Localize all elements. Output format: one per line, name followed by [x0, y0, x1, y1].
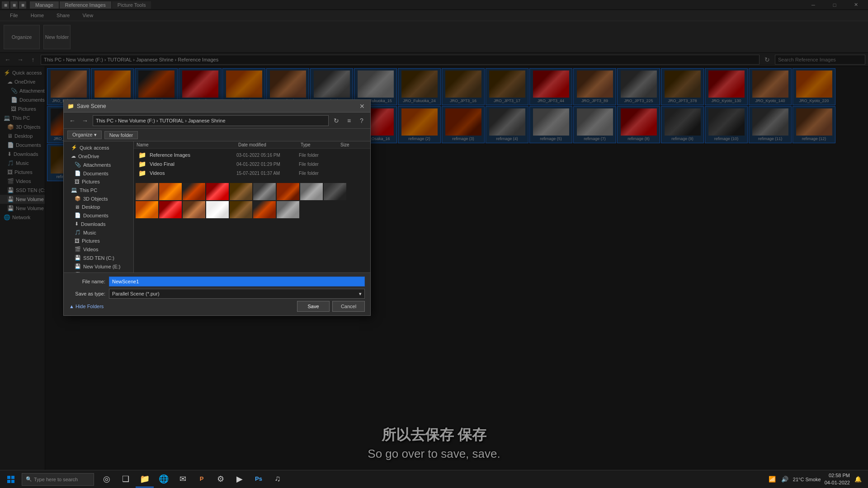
dialog-row-type: File folder — [299, 153, 335, 158]
start-button[interactable] — [2, 472, 20, 487]
taskbar-apps: ◎ ❑ 📁 🌐 ✉ P ⚙ ▶ Ps ♫ — [98, 471, 287, 488]
dialog-downloads-icon: ⬇ — [75, 221, 79, 227]
dialog-sidebar-documents[interactable]: 📄 Documents — [64, 169, 133, 178]
dialog-file-row[interactable]: 📁 Videos 15-07-2021 01:37 AM File folder — [136, 169, 368, 178]
col-type: Type — [301, 142, 337, 147]
dialog-address-path[interactable]: This PC › New Volume (F:) › TUTORIAL › J… — [93, 115, 329, 126]
preview-thumb-13 — [206, 201, 229, 218]
dialog-sidebar-label-docs2: Documents — [83, 213, 108, 218]
wifi-icon[interactable]: 📶 — [768, 475, 777, 484]
dialog-organize-button[interactable]: Organize ▾ — [67, 131, 102, 139]
dialog-footer-buttons: ▲ Hide Folders Save Cancel — [69, 301, 365, 312]
dialog-sidebar-label-downloads: Downloads — [81, 221, 105, 227]
search-icon: 🔍 — [26, 476, 32, 482]
dialog-pics2-icon: 🖼 — [75, 238, 80, 244]
dialog-sidebar-vol-f[interactable]: 💾 New Volume (F:) — [64, 271, 133, 272]
dialog-sidebar-vol-e[interactable]: 💾 New Volume (E:) — [64, 262, 133, 271]
dialog-sidebar-onedrive[interactable]: ☁ OneDrive — [64, 152, 133, 160]
dialog-toolbar: ← → This PC › New Volume (F:) › TUTORIAL… — [64, 113, 370, 129]
dialog-sidebar-music[interactable]: 🎵 Music — [64, 228, 133, 237]
dialog-sidebar-label-quick-access: Quick access — [80, 145, 109, 150]
dialog-file-rows: 📁 Reference Images 03-01-2022 05:16 PM F… — [134, 149, 370, 179]
folder-icon: 📁 — [138, 160, 146, 168]
savetype-row: Save as type: Parallel Scene (*.pur) ▾ — [69, 289, 365, 299]
systray-time-value: 02:58 PM — [825, 472, 850, 479]
dialog-close-button[interactable]: ✕ — [358, 102, 367, 111]
savetype-select[interactable]: Parallel Scene (*.pur) ▾ — [109, 289, 365, 299]
taskbar-photoshop[interactable]: Ps — [250, 471, 268, 488]
dialog-sidebar-3d[interactable]: 📦 3D Objects — [64, 194, 133, 203]
dialog-documents-icon: 📄 — [75, 170, 81, 176]
dialog-sidebar-videos[interactable]: 🎬 Videos — [64, 245, 133, 253]
preview-thumb-9 — [324, 183, 346, 200]
dialog-file-row[interactable]: 📁 Video Final 04-01-2022 01:29 PM File f… — [136, 160, 368, 169]
savetype-value: Parallel Scene (*.pur) — [112, 291, 160, 296]
preview-thumb-16 — [277, 201, 299, 218]
dialog-view-button[interactable]: ≡ — [344, 116, 354, 126]
dialog-sidebar-downloads[interactable]: ⬇ Downloads — [64, 220, 133, 228]
dialog-forward-button[interactable]: → — [80, 116, 90, 126]
dialog-3d-icon: 📦 — [75, 196, 81, 202]
dialog-file-row[interactable]: 📁 Reference Images 03-01-2022 05:16 PM F… — [136, 150, 368, 160]
dialog-sidebar-desktop[interactable]: 🖥 Desktop — [64, 203, 133, 211]
dialog-sidebar-this-pc[interactable]: 💻 This PC — [64, 186, 133, 194]
dialog-back-button[interactable]: ← — [67, 116, 77, 126]
taskbar-premiere[interactable]: ▶ — [231, 471, 249, 488]
dialog-row-date: 04-01-2022 01:29 PM — [236, 162, 295, 167]
hide-folders-button[interactable]: ▲ Hide Folders — [69, 304, 104, 309]
dialog-row-name: Video Final — [150, 161, 233, 167]
dialog-row-type: File folder — [299, 171, 335, 176]
dialog-sidebar-label-attachments: Attachments — [83, 162, 111, 168]
preview-thumb-7 — [277, 183, 299, 200]
taskbar-task-view[interactable]: ❑ — [117, 471, 135, 488]
dialog-sidebar-pics2[interactable]: 🖼 Pictures — [64, 237, 133, 245]
dialog-sidebar-label-ssd: SSD TEN (C:) — [83, 255, 114, 261]
taskbar-spotify[interactable]: ♫ — [269, 471, 287, 488]
dialog-sidebar-quick-access[interactable]: ⚡ Quick access — [64, 143, 133, 152]
volume-icon[interactable]: 🔊 — [780, 475, 789, 484]
dialog-main: ⚡ Quick access ☁ OneDrive 📎 Attachments … — [64, 141, 370, 272]
notification-icon[interactable]: 🔔 — [854, 475, 863, 484]
taskbar-purref[interactable]: P — [193, 471, 211, 488]
dialog-sidebar-attachments[interactable]: 📎 Attachments — [64, 160, 133, 169]
savetype-dropdown-icon: ▾ — [359, 291, 362, 297]
dialog-preview-grid — [136, 183, 368, 218]
dialog-refresh-button[interactable]: ↻ — [331, 116, 341, 126]
col-name: Name — [137, 142, 235, 147]
svg-rect-3 — [11, 480, 14, 483]
filename-input[interactable] — [109, 277, 365, 286]
dialog-vol-f-icon: 💾 — [75, 272, 81, 272]
dialog-videos-icon: 🎬 — [75, 246, 81, 252]
dialog-sidebar-label-pics2: Pictures — [82, 238, 100, 244]
preview-thumb-12 — [183, 201, 205, 218]
dialog-sidebar: ⚡ Quick access ☁ OneDrive 📎 Attachments … — [64, 141, 134, 272]
taskbar-edge[interactable]: 🌐 — [155, 471, 173, 488]
preview-thumb-14 — [230, 201, 252, 218]
col-size: Size — [340, 142, 368, 147]
dialog-help-button[interactable]: ? — [357, 116, 367, 126]
dialog-music-icon: 🎵 — [75, 230, 81, 235]
folder-icon: 📁 — [138, 169, 146, 177]
dialog-quick-access-icon: ⚡ — [71, 145, 77, 150]
svg-rect-1 — [11, 476, 14, 479]
systray-date-value: 04-01-2022 — [825, 479, 850, 486]
taskbar-search-box[interactable]: 🔍 Type here to search — [22, 473, 94, 486]
taskbar-blender[interactable]: ⚙ — [212, 471, 230, 488]
filename-row: File name: — [69, 277, 365, 286]
taskbar-mail[interactable]: ✉ — [174, 471, 192, 488]
preview-thumb-1 — [136, 183, 158, 200]
systray-clock[interactable]: 02:58 PM 04-01-2022 — [825, 472, 850, 486]
dialog-cancel-button[interactable]: Cancel — [332, 301, 365, 312]
dialog-sidebar-ssd[interactable]: 💾 SSD TEN (C:) — [64, 253, 133, 262]
dialog-new-folder-button[interactable]: New folder — [104, 131, 138, 139]
dialog-onedrive-icon: ☁ — [71, 153, 76, 159]
dialog-this-pc-icon: 💻 — [71, 187, 77, 193]
taskbar-cortana[interactable]: ◎ — [98, 471, 116, 488]
savetype-label: Save as type: — [69, 291, 105, 296]
dialog-sidebar-docs2[interactable]: 📄 Documents — [64, 211, 133, 220]
preview-thumb-10 — [136, 201, 158, 218]
dialog-sidebar-pictures[interactable]: 🖼 Pictures — [64, 178, 133, 186]
dialog-sidebar-label-desktop: Desktop — [82, 204, 100, 210]
dialog-save-button[interactable]: Save — [297, 301, 330, 312]
taskbar-explorer[interactable]: 📁 — [136, 471, 154, 488]
